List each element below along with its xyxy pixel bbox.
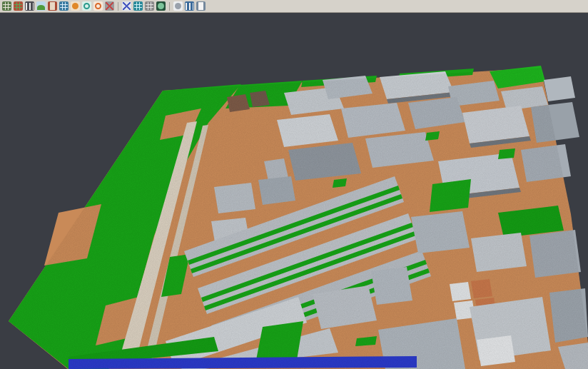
elevation-icon-glyph	[26, 3, 34, 10]
sphere-render-icon[interactable]	[70, 1, 81, 11]
building-model-icon-glyph	[50, 2, 55, 10]
info-icon-glyph	[198, 2, 203, 10]
viewport-3d[interactable]	[0, 0, 588, 369]
grid-view-icon[interactable]	[59, 1, 69, 11]
circle-select-icon-glyph	[83, 3, 90, 9]
elevation-icon[interactable]	[24, 1, 35, 11]
circle-select-icon[interactable]	[81, 1, 92, 11]
classify-icon-glyph	[14, 2, 22, 10]
mesh-icon-glyph	[134, 2, 142, 10]
globe-icon-glyph	[158, 3, 164, 9]
raster-grid-icon[interactable]	[144, 1, 155, 11]
measure-ring-icon-glyph	[95, 3, 101, 9]
dataset-icon-glyph	[3, 2, 11, 10]
toolbar-separator	[118, 2, 118, 11]
terrain-icon-glyph	[37, 5, 45, 10]
histogram-icon-glyph	[186, 3, 193, 10]
building-model-icon[interactable]	[47, 1, 58, 11]
crop-icon-glyph	[123, 2, 131, 10]
scene-canvas	[0, 0, 588, 369]
dataset-icon[interactable]	[1, 1, 12, 11]
roof-row2-6	[544, 76, 575, 101]
render-sphere-icon[interactable]	[173, 1, 183, 11]
settings-icon-glyph	[106, 2, 113, 10]
point-cloud-noise-overlay	[0, 0, 588, 369]
sphere-render-icon-glyph	[72, 3, 78, 9]
raster-grid-icon-glyph	[146, 2, 153, 10]
terrain-icon[interactable]	[36, 1, 46, 11]
render-sphere-icon-glyph	[175, 3, 181, 9]
app-window	[0, 0, 588, 369]
toolbar-separator	[169, 2, 170, 11]
histogram-icon[interactable]	[184, 1, 195, 11]
info-icon[interactable]	[196, 1, 206, 11]
settings-icon[interactable]	[104, 1, 115, 11]
mesh-icon[interactable]	[133, 1, 143, 11]
crop-icon[interactable]	[121, 1, 132, 11]
globe-icon[interactable]	[156, 1, 166, 11]
classify-icon[interactable]	[13, 1, 24, 11]
toolbar	[0, 0, 588, 13]
grid-view-icon-glyph	[60, 2, 68, 10]
measure-ring-icon[interactable]	[93, 1, 103, 11]
